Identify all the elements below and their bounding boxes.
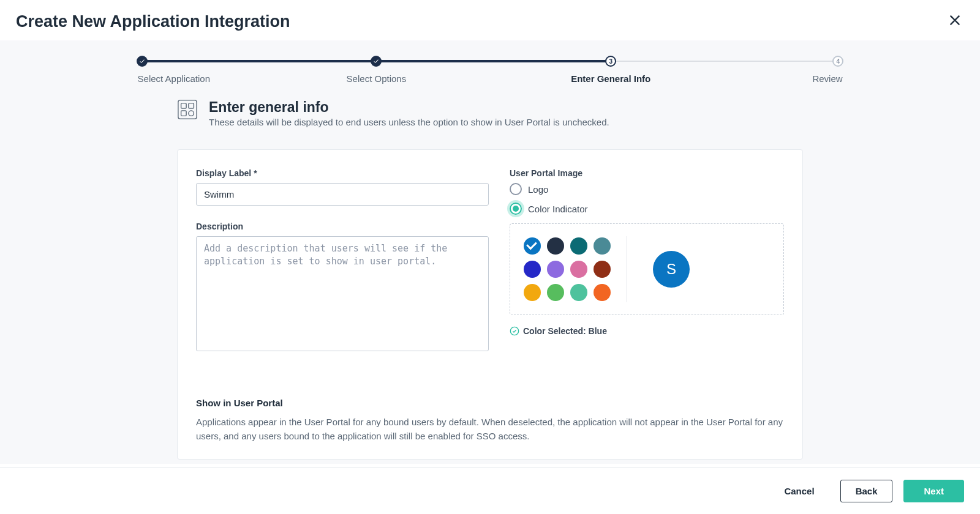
svg-point-4 bbox=[189, 111, 194, 116]
color-preview-bubble: S bbox=[653, 251, 690, 288]
radio-logo-label: Logo bbox=[528, 184, 548, 195]
display-label-input[interactable] bbox=[196, 183, 489, 206]
step-label-3: Enter General Info bbox=[571, 73, 650, 84]
radio-circle-unchecked-icon bbox=[510, 183, 522, 195]
cancel-button[interactable]: Cancel bbox=[769, 480, 829, 502]
radio-color-indicator[interactable]: Color Indicator bbox=[510, 203, 784, 215]
section-heading: Enter general info bbox=[209, 99, 609, 116]
color-swatch-slate[interactable] bbox=[594, 237, 611, 255]
color-swatch-orange[interactable] bbox=[594, 284, 611, 301]
color-selected-text: Color Selected: Blue bbox=[523, 326, 607, 336]
app-grid-icon bbox=[177, 99, 198, 122]
svg-rect-0 bbox=[178, 100, 197, 119]
user-portal-image-label: User Portal Image bbox=[510, 168, 784, 178]
radio-logo[interactable]: Logo bbox=[510, 183, 784, 195]
color-swatch-blue[interactable] bbox=[524, 237, 541, 255]
color-swatch-indigo[interactable] bbox=[524, 261, 541, 278]
color-swatch-purple[interactable] bbox=[547, 261, 564, 278]
display-label-label: Display Label * bbox=[196, 168, 489, 178]
radio-color-label: Color Indicator bbox=[528, 204, 588, 214]
show-in-user-portal-section: Show in User Portal Applications appear … bbox=[196, 398, 784, 443]
color-swatch-amber[interactable] bbox=[524, 284, 541, 301]
step-node-2[interactable] bbox=[371, 56, 382, 67]
color-swatch-navy[interactable] bbox=[547, 237, 564, 255]
close-icon[interactable] bbox=[946, 11, 964, 32]
svg-rect-1 bbox=[181, 103, 187, 109]
description-textarea[interactable] bbox=[196, 236, 489, 351]
color-swatch-maroon[interactable] bbox=[594, 261, 611, 278]
stepper: 3 4 Select Application Select Options En… bbox=[135, 40, 845, 91]
step-node-1[interactable] bbox=[137, 56, 148, 67]
step-label-1: Select Application bbox=[138, 73, 210, 84]
next-button[interactable]: Next bbox=[903, 480, 964, 502]
color-picker-panel: S bbox=[510, 223, 784, 315]
color-swatch-mint[interactable] bbox=[570, 284, 587, 301]
back-button[interactable]: Back bbox=[840, 480, 893, 502]
footer-bar: Cancel Back Next bbox=[0, 467, 980, 514]
color-swatch-teal[interactable] bbox=[570, 237, 587, 255]
show-in-portal-body: Applications appear in the User Portal f… bbox=[196, 415, 784, 443]
section-subtitle: These details will be displayed to end u… bbox=[209, 117, 609, 127]
svg-rect-2 bbox=[189, 103, 194, 109]
show-in-portal-heading: Show in User Portal bbox=[196, 398, 784, 408]
svg-rect-3 bbox=[181, 111, 187, 116]
color-swatch-pink[interactable] bbox=[570, 261, 587, 278]
svg-point-5 bbox=[510, 327, 518, 335]
step-label-4: Review bbox=[812, 73, 842, 84]
check-circle-icon bbox=[510, 326, 519, 336]
color-swatch-green[interactable] bbox=[547, 284, 564, 301]
radio-circle-checked-icon bbox=[510, 203, 522, 215]
page-title: Create New Application Integration bbox=[16, 12, 290, 31]
step-node-4: 4 bbox=[832, 56, 843, 67]
description-label: Description bbox=[196, 222, 489, 231]
vertical-divider bbox=[627, 236, 627, 302]
step-node-3[interactable]: 3 bbox=[605, 56, 616, 67]
step-label-2: Select Options bbox=[347, 73, 407, 84]
